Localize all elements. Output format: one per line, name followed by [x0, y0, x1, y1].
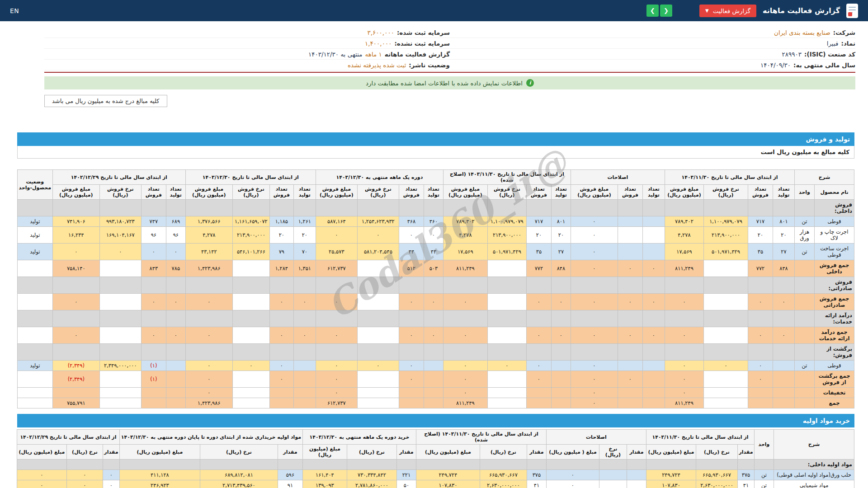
value-cell: ۱,۱۶۱,۶۵۹,۰۷۲ — [232, 216, 269, 227]
value-cell: ۰ — [293, 294, 316, 310]
value-cell — [443, 200, 487, 216]
value-cell: ۰ — [166, 244, 185, 260]
column-header: مبلغ (میلیون ریال) — [646, 445, 696, 460]
value-cell: ۰ — [665, 371, 703, 388]
report-type-button[interactable]: گزارش فعالیت ▼ — [699, 5, 756, 17]
value-cell: ۰ — [546, 480, 599, 488]
value-cell: ۵۸۷,۱۶۴ — [316, 216, 357, 227]
isic-value: ۲۸۹۹۰۳ — [782, 51, 802, 58]
value-cell — [293, 398, 316, 408]
value-cell: (۱) — [141, 371, 166, 388]
value-cell: ۸۴۳ — [141, 260, 166, 277]
value-cell: ۰ — [618, 371, 642, 388]
value-cell — [166, 310, 185, 327]
column-header: مبلغ فروش (میلیون ریال) — [443, 185, 487, 200]
row-name-cell: اجرت ساخت قوطی — [815, 244, 854, 260]
value-cell — [17, 398, 52, 408]
value-cell — [269, 388, 293, 398]
value-cell — [546, 460, 599, 470]
value-cell — [551, 388, 571, 398]
value-cell — [618, 200, 642, 216]
value-cell: ۲۵,۵۷۳ — [316, 244, 357, 260]
value-cell — [704, 260, 748, 277]
column-group-header: از ابتدای سال مالی تا تاریخ ۱۴۰۲/۱۲/۲۹ — [52, 170, 185, 185]
value-cell — [487, 277, 526, 294]
value-cell — [646, 460, 696, 470]
value-cell: ۱,۲۶۱ — [293, 216, 316, 227]
value-cell: ۷۸۹,۴۰۲ — [665, 216, 703, 227]
table-row: اجرت ساخت قوطیتن۲۷۳۵۵۰۱,۹۷۱,۴۲۹۱۷,۵۶۹۰۲۷… — [17, 244, 854, 260]
value-cell — [17, 200, 52, 216]
language-toggle[interactable]: EN — [10, 7, 19, 14]
column-group-header: دوره یک ماهه منتهی به ۱۴۰۳/۱۲/۳۰ — [316, 170, 443, 185]
value-cell: ۷۰ — [293, 244, 316, 260]
row-name-cell: جمع فروش صادراتی — [815, 294, 854, 310]
value-cell — [396, 460, 416, 470]
value-cell: ۰ — [443, 327, 487, 344]
value-cell: ۰ — [443, 371, 487, 388]
value-cell — [269, 344, 293, 361]
value-cell: ۱,۴۲۳,۹۸۶ — [185, 398, 232, 408]
value-cell — [99, 398, 141, 408]
value-cell — [141, 277, 166, 294]
row-name-cell: تخفیفات — [815, 388, 854, 398]
column-group-header: اصلاحات — [571, 170, 665, 185]
value-cell: ۷۱۷ — [526, 216, 551, 227]
value-cell — [269, 310, 293, 327]
column-group-header: خرید دوره یک ماهه منتهی به ۱۴۰۳/۱۲/۳۰ — [302, 430, 416, 445]
value-cell — [166, 277, 185, 294]
table-row: جمع درآمد ارائه خدمات۰۰۰۰۰۰۰۰۰۰۰۰۰۰۰۰۰۰ — [17, 327, 854, 344]
value-cell: ۹۹۳,۱۸۰,۷۲۳ — [99, 216, 141, 227]
value-cell — [166, 388, 185, 398]
value-cell — [99, 294, 141, 310]
value-cell: ۲۰ — [748, 227, 773, 244]
column-header: تعداد تولید — [642, 185, 665, 200]
table-row: اجرت چاپ و لاکهزار ورق۲۰۲۰۲۱۳,۹۰۰,۰۰۰۴,۲… — [17, 227, 854, 244]
column-header: تعداد فروش — [141, 185, 166, 200]
value-cell — [551, 310, 571, 327]
value-cell: ۰ — [571, 388, 618, 398]
next-report-button[interactable]: ❯ — [660, 5, 672, 17]
company-label: شرکت: — [833, 29, 855, 36]
value-cell — [526, 388, 551, 398]
value-cell — [748, 277, 773, 294]
value-cell — [399, 344, 424, 361]
value-cell — [551, 398, 571, 408]
value-cell: ۰ — [185, 371, 232, 388]
raw-materials-table: شرحواحداز ابتدای سال مالی تا تاریخ ۱۴۰۳/… — [17, 429, 854, 488]
column-group-header: از ابتدای سال مالی تا تاریخ ۱۴۰۳/۱۲/۳۰ — [185, 170, 316, 185]
value-cell — [571, 200, 618, 216]
value-cell: ۱۷,۵۶۹ — [665, 244, 703, 260]
isic-row: کد صنعت (ISIC): ۲۸۹۹۰۳ — [450, 49, 855, 60]
value-cell: ۰ — [99, 244, 141, 260]
value-cell: ۰ — [571, 244, 618, 260]
signature-match-notice: i اطلاعات نمایش داده شده با اطلاعات امضا… — [44, 76, 855, 89]
previous-report-button[interactable]: ❮ — [646, 5, 659, 17]
value-cell: ۰ — [526, 294, 551, 310]
column-header: مقدار — [278, 445, 302, 460]
value-cell — [480, 460, 527, 470]
value-cell — [704, 310, 748, 327]
value-cell — [424, 200, 443, 216]
value-cell — [357, 371, 399, 388]
value-cell — [795, 327, 815, 344]
column-header: تعداد فروش — [399, 185, 424, 200]
value-cell: ۰ — [399, 227, 424, 244]
value-cell — [17, 260, 52, 277]
value-cell — [99, 310, 141, 327]
value-cell: ۵۰ — [396, 480, 416, 488]
value-cell — [755, 460, 774, 470]
company-name-value[interactable]: صنایع بسته بندی ایران — [774, 29, 830, 36]
value-cell — [773, 388, 795, 398]
column-header: مبلغ (میلیون ریال) — [302, 445, 347, 460]
value-cell — [424, 371, 443, 388]
value-cell: ۰ — [773, 294, 795, 310]
column-header: نرخ (ریال) — [599, 445, 627, 460]
value-cell — [526, 310, 551, 327]
value-cell: تن — [755, 470, 774, 480]
value-cell — [551, 200, 571, 216]
value-cell — [185, 200, 232, 216]
value-cell — [141, 398, 166, 408]
value-cell — [642, 200, 665, 216]
value-cell — [773, 361, 795, 371]
